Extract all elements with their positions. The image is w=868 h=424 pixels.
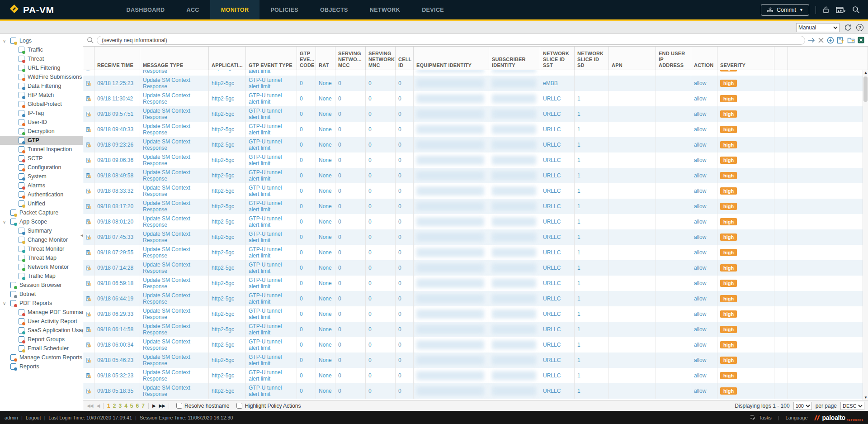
language-link[interactable]: Language (786, 415, 808, 420)
action-link[interactable]: allow (691, 260, 717, 276)
save-filter-icon[interactable] (837, 36, 844, 44)
sidebar-item-traffic[interactable]: Traffic (0, 45, 83, 54)
scrollbar-thumb[interactable] (863, 76, 868, 102)
page-number-6[interactable]: 6 (136, 403, 139, 409)
sidebar-item-decryption[interactable]: Decryption (0, 127, 83, 136)
log-detail-icon[interactable] (83, 199, 94, 214)
nav-tab-network[interactable]: NETWORK (359, 0, 411, 19)
log-detail-icon[interactable] (83, 353, 94, 368)
log-row[interactable]: 09/18 06:59:18Update SM Context Response… (83, 276, 868, 291)
apply-filter-icon[interactable] (808, 37, 815, 43)
search-icon[interactable] (852, 6, 860, 14)
action-link[interactable]: allow (691, 183, 717, 199)
nav-tab-dashboard[interactable]: DASHBOARD (116, 0, 176, 19)
action-link[interactable]: allow (691, 245, 717, 260)
sidebar-item-network-monitor[interactable]: Network Monitor (0, 262, 83, 272)
log-detail-icon[interactable] (83, 306, 94, 322)
column-header-apn[interactable]: APN (609, 47, 656, 70)
action-link[interactable]: allow (691, 137, 717, 152)
log-row[interactable]: Update SM Context Responsehttp2-5gcGTP-U… (83, 70, 868, 76)
highlight-policy-checkbox[interactable] (236, 403, 242, 409)
sidebar-item-gtp[interactable]: GTP (0, 136, 83, 145)
scroll-up-icon[interactable]: ▲ (863, 71, 868, 75)
log-row[interactable]: 09/18 07:45:33Update SM Context Response… (83, 229, 868, 245)
log-detail-icon[interactable] (83, 322, 94, 337)
sidebar-item-pdf-reports[interactable]: ∨PDF Reports (0, 299, 83, 308)
action-link[interactable]: allow (691, 291, 717, 306)
log-row[interactable]: 09/18 05:46:23Update SM Context Response… (83, 353, 868, 368)
last-page-icon[interactable]: ▶▶ (159, 403, 165, 408)
logout-link[interactable]: Logout (26, 415, 41, 420)
action-link[interactable]: allow (691, 168, 717, 183)
log-row[interactable]: 09/18 09:57:51Update SM Context Response… (83, 106, 868, 122)
scroll-down-icon[interactable]: ▼ (863, 395, 868, 400)
nav-tab-device[interactable]: DEVICE (411, 0, 455, 19)
log-detail-icon[interactable] (83, 291, 94, 306)
log-row[interactable]: 09/18 07:29:55Update SM Context Response… (83, 245, 868, 260)
load-filter-icon[interactable] (847, 36, 855, 44)
log-detail-icon[interactable] (83, 276, 94, 291)
column-header-code[interactable]: GTP EVE... CODE (297, 47, 316, 70)
log-detail-icon[interactable] (83, 229, 94, 245)
sidebar-item-tunnel-inspection[interactable]: Tunnel Inspection (0, 145, 83, 154)
action-link[interactable]: allow (691, 337, 717, 353)
column-header-rat[interactable]: RAT (316, 47, 335, 70)
tasks-link[interactable]: Tasks (759, 415, 772, 420)
sidebar-item-change-monitor[interactable]: Change Monitor (0, 235, 83, 244)
partial-log-row[interactable]: Update SM Context Responsehttp2-5gcGTP-U… (83, 70, 868, 76)
column-header-subscriber[interactable]: SUBSCRIBER IDENTITY (489, 47, 540, 70)
log-detail-icon[interactable] (83, 168, 94, 183)
auto-refresh-select[interactable]: Manual (796, 23, 840, 32)
action-link[interactable]: allow (691, 368, 717, 383)
column-header-equipment[interactable]: EQUIPMENT IDENTITY (414, 47, 489, 70)
log-row[interactable]: 09/18 06:00:34Update SM Context Response… (83, 337, 868, 353)
action-link[interactable]: allow (691, 383, 717, 399)
action-link[interactable]: allow (691, 152, 717, 168)
column-header-app[interactable]: APPLICATI... (209, 47, 246, 70)
sidebar-item-url-filtering[interactable]: URL Filtering (0, 63, 83, 72)
action-link[interactable]: allow (691, 306, 717, 322)
resolve-hostname-checkbox[interactable] (176, 403, 182, 409)
log-detail-icon[interactable] (83, 245, 94, 260)
action-link[interactable]: allow (691, 106, 717, 122)
log-row[interactable]: 09/18 09:40:33Update SM Context Response… (83, 122, 868, 137)
log-detail-icon[interactable] (83, 137, 94, 152)
sidebar-item-traffic-map[interactable]: Traffic Map (0, 272, 83, 281)
action-link[interactable]: allow (691, 76, 717, 91)
help-icon[interactable]: ? (856, 24, 863, 31)
log-row[interactable]: 09/18 05:32:23Update SM Context Response… (83, 368, 868, 383)
refresh-icon[interactable] (844, 24, 852, 31)
column-header-cell[interactable]: CELL ID (396, 47, 414, 70)
log-detail-icon[interactable] (83, 214, 94, 229)
sidebar-item-user-id[interactable]: User-ID (0, 118, 83, 127)
nav-tab-acc[interactable]: ACC (175, 0, 210, 19)
page-number-7[interactable]: 7 (142, 403, 145, 409)
action-link[interactable]: allow (691, 353, 717, 368)
sidebar-item-report-groups[interactable]: Report Groups (0, 335, 83, 344)
chevron-expanded-icon[interactable]: ∨ (3, 38, 10, 43)
page-number-1[interactable]: 1 (107, 403, 110, 409)
log-row[interactable]: 09/18 09:06:36Update SM Context Response… (83, 152, 868, 168)
sidebar-item-ip-tag[interactable]: IP-Tag (0, 109, 83, 118)
sidebar-item-email-scheduler[interactable]: Email Scheduler (0, 344, 83, 353)
log-filter-input[interactable] (97, 36, 805, 45)
log-detail-icon[interactable] (83, 76, 94, 91)
log-detail-icon[interactable] (83, 383, 94, 399)
next-page-icon[interactable]: ▶ (152, 403, 156, 408)
action-link[interactable]: allow (691, 322, 717, 337)
sidebar-item-sctp[interactable]: SCTP (0, 154, 83, 163)
column-header-sst[interactable]: NETWORK SLICE ID SST (540, 47, 575, 70)
vertical-scrollbar[interactable]: ▲ ▼ (863, 70, 868, 400)
log-row[interactable]: 09/18 06:29:33Update SM Context Response… (83, 306, 868, 322)
chevron-expanded-icon[interactable]: ∨ (3, 301, 10, 306)
sidebar-item-globalprotect[interactable]: GlobalProtect (0, 100, 83, 109)
sidebar-item-saas-application-usage[interactable]: SaaS Application Usage (0, 326, 83, 335)
sidebar-item-reports[interactable]: Reports (0, 362, 83, 371)
log-detail-icon[interactable] (83, 152, 94, 168)
chevron-expanded-icon[interactable]: ∨ (3, 219, 10, 224)
action-link[interactable]: allow (691, 199, 717, 214)
action-link[interactable]: allow (691, 122, 717, 137)
log-detail-icon[interactable] (83, 337, 94, 353)
log-row[interactable]: 09/18 11:30:42Update SM Context Response… (83, 91, 868, 106)
column-header-action[interactable]: ACTION (691, 47, 717, 70)
